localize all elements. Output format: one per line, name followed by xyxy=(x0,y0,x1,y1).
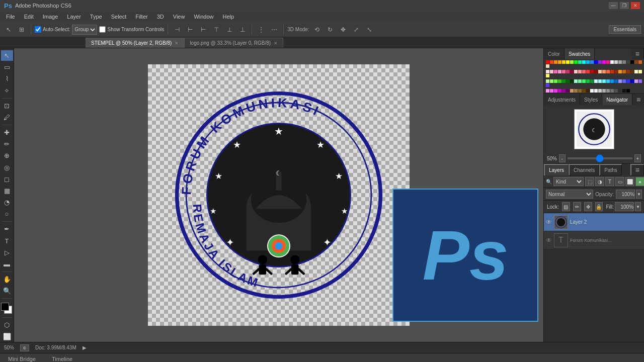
zoom-out-btn[interactable]: - xyxy=(559,154,566,162)
opacity-stepper[interactable]: ▼ xyxy=(636,190,642,199)
layer-item-text[interactable]: 👁 T Forum Komunikasi... xyxy=(544,231,644,249)
essentials-button[interactable]: Essentials xyxy=(609,25,641,34)
fill-stepper[interactable]: ▼ xyxy=(635,202,641,211)
swatch[interactable] xyxy=(634,70,638,73)
swatch[interactable] xyxy=(626,70,630,73)
swatch[interactable] xyxy=(614,79,618,83)
swatch[interactable] xyxy=(594,60,598,64)
swatch[interactable] xyxy=(546,83,549,87)
swatch[interactable] xyxy=(546,64,549,68)
blend-mode-select[interactable]: Normal Dissolve Multiply Screen xyxy=(546,190,593,199)
wand-tool[interactable]: ✧ xyxy=(1,85,13,96)
swatch[interactable] xyxy=(586,70,590,73)
swatch[interactable] xyxy=(598,60,602,64)
swatch[interactable] xyxy=(582,89,586,93)
menu-layer[interactable]: Layer xyxy=(63,13,85,21)
dist-v-btn[interactable]: ⋯ xyxy=(269,24,280,35)
clone-tool[interactable]: ⊕ xyxy=(1,150,13,161)
swatch[interactable] xyxy=(594,89,598,93)
swatch[interactable] xyxy=(558,79,561,83)
swatch[interactable] xyxy=(554,60,557,64)
swatch[interactable] xyxy=(550,79,553,83)
swatch[interactable] xyxy=(562,79,566,83)
swatch[interactable] xyxy=(638,70,642,73)
swatch[interactable] xyxy=(578,60,582,64)
swatch[interactable] xyxy=(630,70,634,73)
menu-image[interactable]: Image xyxy=(39,13,62,21)
swatch[interactable] xyxy=(594,79,598,83)
swatch[interactable] xyxy=(618,60,622,64)
swatch[interactable] xyxy=(610,60,614,64)
swatch[interactable] xyxy=(546,74,549,77)
text-tool[interactable]: T xyxy=(1,235,13,246)
swatch[interactable] xyxy=(618,70,622,73)
swatch[interactable] xyxy=(586,89,590,93)
swatch[interactable] xyxy=(558,89,561,93)
marquee-tool[interactable]: ▭ xyxy=(1,62,13,72)
swatch[interactable] xyxy=(570,60,574,64)
swatch[interactable] xyxy=(546,89,549,93)
brush-tool[interactable]: ✏ xyxy=(1,139,13,149)
swatch[interactable] xyxy=(546,70,549,73)
swatch[interactable] xyxy=(622,89,626,93)
menu-filter[interactable]: Filter xyxy=(131,13,151,21)
adj-panel-options[interactable]: ≡ xyxy=(632,94,644,105)
restore-button[interactable]: ❐ xyxy=(620,2,629,9)
swatch[interactable] xyxy=(610,70,614,73)
toolbar-icon-1[interactable]: ⊞ xyxy=(16,24,27,35)
align-middle-btn[interactable]: ⊥ xyxy=(224,24,235,35)
hand-tool[interactable]: ✋ xyxy=(1,274,13,285)
swatch[interactable] xyxy=(606,79,610,83)
swatch[interactable] xyxy=(566,60,570,64)
opacity-input[interactable] xyxy=(616,190,635,199)
swatch[interactable] xyxy=(602,70,606,73)
tab-logo-close[interactable]: ✕ xyxy=(274,41,278,46)
lock-image-btn[interactable]: ✏ xyxy=(573,202,581,211)
screen-mode-btn[interactable]: ⬜ xyxy=(1,331,13,342)
tab-logo[interactable]: logo.png @ 33.3% (Layer 0, RGB/8) ✕ xyxy=(184,38,283,48)
swatch[interactable] xyxy=(546,79,549,83)
swatch[interactable] xyxy=(626,89,630,93)
menu-help[interactable]: Help xyxy=(219,13,238,21)
align-center-btn[interactable]: ⊢ xyxy=(185,24,196,35)
auto-select-dropdown[interactable]: Group Layer xyxy=(72,25,97,35)
swatch[interactable] xyxy=(638,60,642,64)
move-tool[interactable]: ↖ xyxy=(1,50,13,61)
swatch[interactable] xyxy=(590,60,594,64)
menu-view[interactable]: View xyxy=(169,13,189,21)
swatch[interactable] xyxy=(590,70,594,73)
align-left-btn[interactable]: ⊣ xyxy=(172,24,183,35)
swatch[interactable] xyxy=(578,70,582,73)
swatch[interactable] xyxy=(634,79,638,83)
swatch[interactable] xyxy=(590,89,594,93)
auto-select-check[interactable] xyxy=(35,26,41,33)
eraser-tool[interactable]: ◻ xyxy=(1,174,13,185)
swatch[interactable] xyxy=(574,79,578,83)
swatch[interactable] xyxy=(562,60,566,64)
layers-options-btn[interactable]: ≡ xyxy=(630,164,644,175)
canvas-container[interactable]: ★ ★ ★ ★ ★ ★ ★ ☾ xyxy=(148,64,410,326)
swatch[interactable] xyxy=(574,60,578,64)
menu-3d[interactable]: 3D xyxy=(153,13,168,21)
tab-mini-bridge[interactable]: Mini Bridge xyxy=(4,355,40,363)
heal-tool[interactable]: ✚ xyxy=(1,127,13,138)
swatch[interactable] xyxy=(598,70,602,73)
swatch[interactable] xyxy=(566,70,570,73)
foreground-color-swatch[interactable] xyxy=(1,303,9,311)
swatch[interactable] xyxy=(602,60,606,64)
tab-layers[interactable]: Layers xyxy=(544,164,569,175)
gradient-tool[interactable]: ▦ xyxy=(1,186,13,196)
tab-timeline[interactable]: Timeline xyxy=(48,355,76,363)
shape-tool[interactable]: ▬ xyxy=(1,259,13,269)
history-tool[interactable]: ◎ xyxy=(1,162,13,172)
swatch[interactable] xyxy=(630,79,634,83)
swatch[interactable] xyxy=(578,89,582,93)
swatch[interactable] xyxy=(554,70,557,73)
swatch[interactable] xyxy=(638,79,642,83)
3d-rotate-btn[interactable]: ⟲ xyxy=(311,24,323,35)
3d-roll-btn[interactable]: ↻ xyxy=(325,24,336,35)
filter-text-btn[interactable]: T xyxy=(605,177,614,186)
swatch[interactable] xyxy=(574,89,578,93)
tab-navigator[interactable]: Navigator xyxy=(602,94,632,105)
swatch[interactable] xyxy=(558,70,561,73)
